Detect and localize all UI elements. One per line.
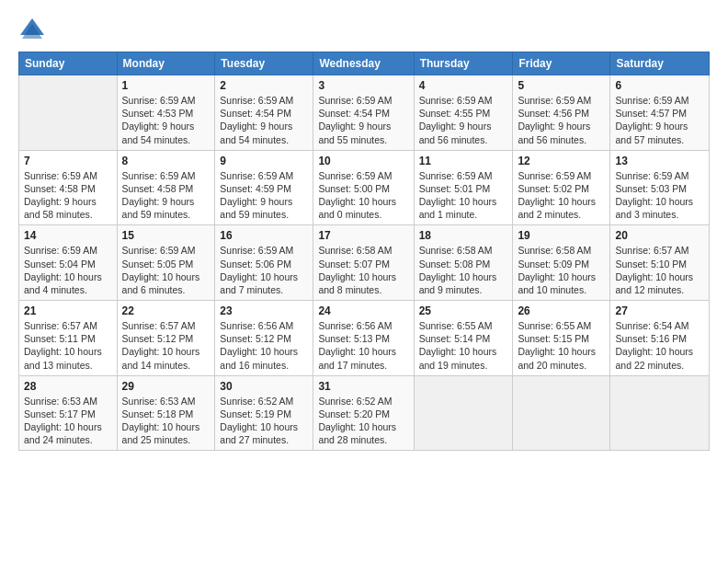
day-number: 10 — [318, 155, 408, 167]
day-info: Sunrise: 6:56 AMSunset: 5:12 PMDaylight:… — [220, 319, 308, 372]
logo-icon — [18, 17, 46, 42]
calendar-cell: 18Sunrise: 6:58 AMSunset: 5:08 PMDayligh… — [414, 225, 513, 301]
day-number: 31 — [318, 380, 408, 393]
logo — [18, 17, 48, 42]
day-info: Sunrise: 6:55 AMSunset: 5:15 PMDaylight:… — [518, 319, 605, 372]
day-info: Sunrise: 6:59 AMSunset: 5:01 PMDaylight:… — [419, 169, 508, 222]
day-number: 6 — [615, 79, 704, 92]
day-number: 11 — [419, 155, 508, 167]
calendar-cell: 1Sunrise: 6:59 AMSunset: 4:53 PMDaylight… — [117, 75, 215, 151]
day-info: Sunrise: 6:52 AMSunset: 5:19 PMDaylight:… — [220, 395, 308, 447]
calendar-cell: 23Sunrise: 6:56 AMSunset: 5:12 PMDayligh… — [215, 301, 313, 376]
day-info: Sunrise: 6:58 AMSunset: 5:09 PMDaylight:… — [518, 244, 605, 296]
day-info: Sunrise: 6:53 AMSunset: 5:17 PMDaylight:… — [24, 395, 112, 447]
day-number: 19 — [518, 229, 605, 242]
day-info: Sunrise: 6:59 AMSunset: 4:58 PMDaylight:… — [122, 169, 210, 222]
day-number: 15 — [122, 229, 210, 242]
calendar-cell: 31Sunrise: 6:52 AMSunset: 5:20 PMDayligh… — [313, 375, 414, 451]
day-info: Sunrise: 6:55 AMSunset: 5:14 PMDaylight:… — [419, 319, 508, 372]
calendar-cell: 8Sunrise: 6:59 AMSunset: 4:58 PMDaylight… — [117, 150, 215, 225]
page-container: SundayMondayTuesdayWednesdayThursdayFrid… — [0, 0, 728, 460]
day-info: Sunrise: 6:59 AMSunset: 4:56 PMDaylight:… — [518, 94, 605, 146]
weekday-header-sunday: Sunday — [19, 52, 118, 75]
day-info: Sunrise: 6:56 AMSunset: 5:13 PMDaylight:… — [318, 319, 408, 372]
calendar-cell: 28Sunrise: 6:53 AMSunset: 5:17 PMDayligh… — [19, 375, 118, 451]
calendar-week-2: 7Sunrise: 6:59 AMSunset: 4:58 PMDaylight… — [19, 150, 710, 225]
calendar-week-4: 21Sunrise: 6:57 AMSunset: 5:11 PMDayligh… — [19, 301, 710, 376]
day-info: Sunrise: 6:57 AMSunset: 5:11 PMDaylight:… — [24, 319, 112, 372]
day-info: Sunrise: 6:58 AMSunset: 5:07 PMDaylight:… — [318, 244, 408, 296]
calendar-cell: 13Sunrise: 6:59 AMSunset: 5:03 PMDayligh… — [610, 150, 710, 225]
calendar-cell — [414, 375, 513, 451]
day-number: 2 — [220, 79, 308, 92]
calendar-cell: 20Sunrise: 6:57 AMSunset: 5:10 PMDayligh… — [610, 225, 710, 301]
day-number: 4 — [419, 79, 508, 92]
day-number: 13 — [615, 155, 704, 167]
calendar-cell: 4Sunrise: 6:59 AMSunset: 4:55 PMDaylight… — [414, 75, 513, 151]
day-number: 3 — [318, 79, 408, 92]
calendar-body: 1Sunrise: 6:59 AMSunset: 4:53 PMDaylight… — [19, 75, 710, 451]
day-number: 21 — [24, 304, 112, 317]
day-info: Sunrise: 6:59 AMSunset: 4:53 PMDaylight:… — [122, 94, 210, 146]
day-number: 22 — [122, 304, 210, 317]
day-number: 23 — [220, 304, 308, 317]
day-number: 14 — [24, 229, 112, 242]
weekday-header-row: SundayMondayTuesdayWednesdayThursdayFrid… — [19, 52, 710, 75]
day-number: 9 — [220, 155, 308, 167]
day-info: Sunrise: 6:59 AMSunset: 4:59 PMDaylight:… — [220, 169, 308, 222]
calendar-cell: 6Sunrise: 6:59 AMSunset: 4:57 PMDaylight… — [610, 75, 710, 151]
calendar-cell: 14Sunrise: 6:59 AMSunset: 5:04 PMDayligh… — [19, 225, 118, 301]
day-number: 24 — [318, 304, 408, 317]
day-number: 18 — [419, 229, 508, 242]
day-info: Sunrise: 6:59 AMSunset: 4:57 PMDaylight:… — [615, 94, 704, 146]
day-info: Sunrise: 6:59 AMSunset: 5:05 PMDaylight:… — [122, 244, 210, 296]
calendar-table: SundayMondayTuesdayWednesdayThursdayFrid… — [18, 52, 710, 451]
day-number: 17 — [318, 229, 408, 242]
weekday-header-friday: Friday — [513, 52, 610, 75]
day-info: Sunrise: 6:52 AMSunset: 5:20 PMDaylight:… — [318, 395, 408, 447]
calendar-cell: 30Sunrise: 6:52 AMSunset: 5:19 PMDayligh… — [215, 375, 313, 451]
calendar-cell: 27Sunrise: 6:54 AMSunset: 5:16 PMDayligh… — [610, 301, 710, 376]
day-number: 1 — [122, 79, 210, 92]
calendar-cell — [610, 375, 710, 451]
day-info: Sunrise: 6:58 AMSunset: 5:08 PMDaylight:… — [419, 244, 508, 296]
calendar-cell: 9Sunrise: 6:59 AMSunset: 4:59 PMDaylight… — [215, 150, 313, 225]
calendar-cell: 2Sunrise: 6:59 AMSunset: 4:54 PMDaylight… — [215, 75, 313, 151]
day-number: 20 — [615, 229, 704, 242]
weekday-header-monday: Monday — [117, 52, 215, 75]
header — [18, 17, 710, 42]
calendar-cell: 19Sunrise: 6:58 AMSunset: 5:09 PMDayligh… — [513, 225, 610, 301]
calendar-cell — [19, 75, 118, 151]
calendar-cell: 17Sunrise: 6:58 AMSunset: 5:07 PMDayligh… — [313, 225, 414, 301]
day-info: Sunrise: 6:59 AMSunset: 4:54 PMDaylight:… — [220, 94, 308, 146]
calendar-cell: 7Sunrise: 6:59 AMSunset: 4:58 PMDaylight… — [19, 150, 118, 225]
calendar-cell: 3Sunrise: 6:59 AMSunset: 4:54 PMDaylight… — [313, 75, 414, 151]
day-number: 16 — [220, 229, 308, 242]
calendar-cell: 29Sunrise: 6:53 AMSunset: 5:18 PMDayligh… — [117, 375, 215, 451]
calendar-cell: 25Sunrise: 6:55 AMSunset: 5:14 PMDayligh… — [414, 301, 513, 376]
calendar-cell: 16Sunrise: 6:59 AMSunset: 5:06 PMDayligh… — [215, 225, 313, 301]
calendar-cell: 26Sunrise: 6:55 AMSunset: 5:15 PMDayligh… — [513, 301, 610, 376]
day-number: 29 — [122, 380, 210, 393]
weekday-header-thursday: Thursday — [414, 52, 513, 75]
day-number: 26 — [518, 304, 605, 317]
calendar-week-5: 28Sunrise: 6:53 AMSunset: 5:17 PMDayligh… — [19, 375, 710, 451]
calendar-header: SundayMondayTuesdayWednesdayThursdayFrid… — [19, 52, 710, 75]
day-number: 30 — [220, 380, 308, 393]
day-number: 5 — [518, 79, 605, 92]
calendar-cell: 22Sunrise: 6:57 AMSunset: 5:12 PMDayligh… — [117, 301, 215, 376]
calendar-cell: 12Sunrise: 6:59 AMSunset: 5:02 PMDayligh… — [513, 150, 610, 225]
day-number: 8 — [122, 155, 210, 167]
weekday-header-tuesday: Tuesday — [215, 52, 313, 75]
day-number: 27 — [615, 304, 704, 317]
weekday-header-wednesday: Wednesday — [313, 52, 414, 75]
day-number: 25 — [419, 304, 508, 317]
calendar-cell: 24Sunrise: 6:56 AMSunset: 5:13 PMDayligh… — [313, 301, 414, 376]
day-info: Sunrise: 6:59 AMSunset: 4:55 PMDaylight:… — [419, 94, 508, 146]
day-info: Sunrise: 6:59 AMSunset: 5:04 PMDaylight:… — [24, 244, 112, 296]
day-number: 12 — [518, 155, 605, 167]
weekday-header-saturday: Saturday — [610, 52, 710, 75]
calendar-cell: 10Sunrise: 6:59 AMSunset: 5:00 PMDayligh… — [313, 150, 414, 225]
day-info: Sunrise: 6:59 AMSunset: 5:02 PMDaylight:… — [518, 169, 605, 222]
day-info: Sunrise: 6:59 AMSunset: 5:06 PMDaylight:… — [220, 244, 308, 296]
